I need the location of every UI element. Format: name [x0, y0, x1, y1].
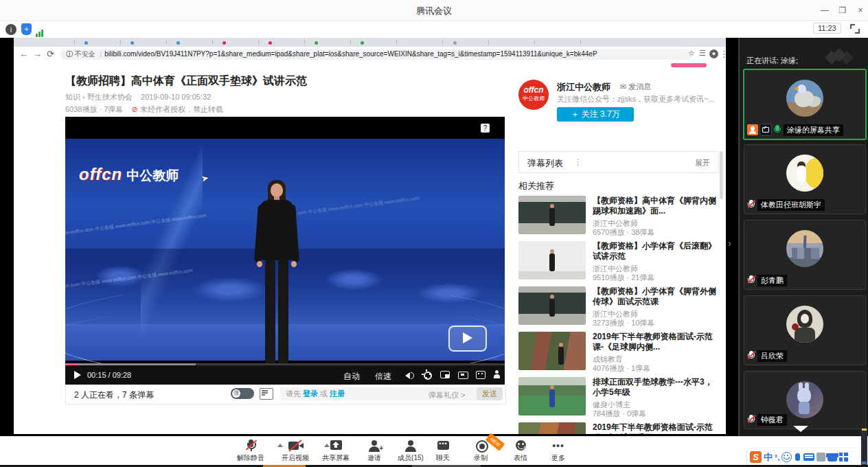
more-button[interactable]: ••• 更多 — [536, 440, 580, 463]
quality-button[interactable]: 自动 — [343, 371, 360, 383]
related-thumbnail[interactable] — [518, 241, 586, 280]
reload-icon[interactable]: ⟳ — [47, 49, 54, 59]
danmaku-list-expand[interactable]: 展开 — [695, 158, 710, 168]
related-thumbnail[interactable] — [518, 286, 586, 325]
tab-favicon[interactable] — [315, 41, 318, 45]
send-message-link[interactable]: ✉ 发消息 — [620, 82, 651, 92]
ime-voice-icon[interactable] — [795, 453, 800, 461]
no-reprint-icon: ⊘ — [132, 105, 138, 113]
participant-tile[interactable]: 吕欣荣 — [744, 295, 866, 365]
related-item-title[interactable]: 【教师资格】小学体育《脚背外侧传球》面试示范课 — [593, 286, 716, 307]
tab-favicon[interactable] — [176, 41, 180, 45]
share-screen-button[interactable]: 共享屏幕 — [314, 440, 358, 463]
browser-menu-icon[interactable]: ⋮ — [720, 49, 726, 59]
participant-name: 体教田径班胡斯宇 — [757, 199, 825, 211]
scroll-more-participants-icon[interactable] — [793, 426, 808, 432]
danmaku-settings-icon[interactable] — [260, 388, 273, 400]
tab-favicon[interactable] — [84, 41, 88, 45]
sidebar-collapse-icon[interactable]: › — [728, 237, 731, 249]
security-shield-icon[interactable]: + — [21, 23, 32, 35]
bilibili-play-badge[interactable] — [448, 326, 487, 352]
login-link[interactable]: 登录 — [303, 389, 318, 398]
participant-tile[interactable]: 钟薇君 — [744, 371, 866, 429]
danmaku-toggle[interactable]: 弹 — [231, 388, 254, 399]
ime-language-mode[interactable]: 中 — [764, 451, 773, 464]
related-thumbnail[interactable] — [518, 422, 586, 434]
related-item[interactable]: 2019年下半年教师资格面试-示范课-《足球脚内侧... 成锦教育 4076播放… — [518, 332, 718, 373]
start-video-button[interactable]: 开启视频 — [273, 440, 317, 463]
participant-tile[interactable]: 体教田径班胡斯宇 — [744, 144, 866, 214]
related-item-title[interactable]: 排球正面双手垫球教学---水平3，小学5年级 — [593, 377, 716, 398]
related-thumbnail[interactable] — [518, 332, 586, 370]
mic-on-icon — [773, 124, 781, 135]
breadcrumb[interactable]: 知识 › 野生技术协会 — [65, 93, 133, 101]
ime-skin-icon[interactable] — [816, 453, 825, 462]
uploader-name[interactable]: 浙江中公教师 — [557, 81, 610, 93]
ime-toolbox-icon[interactable] — [839, 453, 848, 462]
participant-tile[interactable]: 涂缘的屏幕共享 — [743, 69, 867, 140]
related-item[interactable]: 【教师资格】小学体育《脚背外侧传球》面试示范课 浙江中公教师 3273播放 · … — [518, 286, 718, 328]
related-thumbnail[interactable] — [518, 196, 586, 234]
sogou-ime-bar[interactable]: S 中 °, — [747, 448, 863, 466]
mic-muted-icon — [747, 414, 755, 425]
web-fullscreen-icon[interactable] — [476, 370, 486, 380]
related-item[interactable]: 【教师资格】高中体育《脚背内侧踢球和加速跑》面... 浙江中公教师 6570播放… — [518, 196, 718, 237]
record-button[interactable]: NEW 录制 — [459, 440, 503, 463]
related-item[interactable]: 排球正面双手垫球教学---水平3，小学5年级 健身小博主 784播放 · 0弹幕 — [518, 377, 718, 418]
speed-button[interactable]: 倍速 — [375, 371, 391, 383]
volume-icon[interactable] — [404, 370, 414, 380]
tab-favicon[interactable] — [269, 41, 272, 45]
restore-button[interactable]: ❐ — [838, 5, 847, 15]
bookmark-star-icon[interactable]: ☆ — [688, 49, 695, 58]
related-item[interactable]: 2019年下半年教师资格面试-示范课-《篮球双手胸... 成锦教育 4040播放… — [518, 422, 718, 434]
page-info-icon[interactable]: ⓘ — [66, 50, 73, 58]
tab-favicon[interactable] — [361, 41, 364, 45]
ime-emoji-icon[interactable] — [781, 452, 792, 462]
profile-avatar-icon[interactable]: ● — [709, 49, 718, 58]
uploader-avatar[interactable]: offcn中公教师 — [518, 80, 549, 110]
danmaku-etiquette-link[interactable]: 弹幕礼仪 > — [429, 390, 465, 400]
ime-punctuation-icon[interactable]: °, — [775, 453, 779, 462]
ime-keyboard-icon[interactable] — [803, 453, 814, 461]
browser-tab-strip[interactable] — [14, 38, 726, 47]
back-icon[interactable]: ← — [19, 49, 28, 59]
player-help-badge[interactable]: ? — [481, 124, 490, 133]
related-thumbnail[interactable] — [518, 377, 586, 415]
page-scrollbar[interactable] — [720, 151, 723, 199]
tab-favicon[interactable] — [222, 41, 226, 45]
security-label: 不安全 — [75, 50, 95, 58]
fullscreen-person-icon[interactable] — [492, 370, 502, 380]
participant-tile[interactable]: 彭青鹏 — [744, 220, 866, 290]
related-item-title[interactable]: 2019年下半年教师资格面试-示范课-《足球脚内侧... — [593, 332, 716, 352]
follow-button[interactable]: ＋ 关注 3.7万 — [557, 107, 634, 122]
related-item-title[interactable]: 【教师资格】小学体育《后滚翻》试讲示范 — [593, 241, 716, 262]
host-badge-icon — [747, 124, 758, 135]
pip-icon[interactable] — [440, 370, 450, 380]
meeting-info-icon[interactable]: i — [5, 24, 16, 35]
close-button[interactable]: × — [856, 5, 865, 15]
related-item-title[interactable]: 【教师资格】高中体育《脚背内侧踢球和加速跑》面... — [593, 196, 716, 216]
register-link[interactable]: 注册 — [330, 389, 345, 398]
related-item[interactable]: 【教师资格】小学体育《后滚翻》试讲示范 浙江中公教师 9510播放 · 21弹幕 — [518, 241, 718, 282]
network-signal-icon[interactable] — [36, 25, 44, 37]
sogou-logo-icon[interactable]: S — [750, 451, 762, 463]
settings-gear-icon[interactable] — [422, 370, 432, 380]
bili-vip-button[interactable] — [671, 63, 707, 67]
theater-mode-icon[interactable] — [458, 370, 468, 380]
reading-list-icon[interactable]: ☰ — [699, 49, 706, 58]
avatar — [786, 306, 823, 343]
tab-favicon[interactable] — [453, 41, 457, 45]
send-danmaku-button[interactable]: 发送 — [477, 387, 503, 400]
fullscreen-icon[interactable] — [850, 24, 860, 34]
play-icon[interactable] — [74, 371, 81, 379]
address-bar[interactable]: ⓘ 不安全 |bilibili.com/video/BV19J411N7PY?p… — [60, 49, 693, 60]
forward-icon[interactable]: → — [33, 49, 42, 59]
unmute-button[interactable]: 解除静音 — [229, 440, 273, 463]
ime-shirt-icon[interactable] — [827, 453, 837, 462]
danmaku-list-menu-icon[interactable]: ⋮ — [574, 157, 582, 167]
related-item-title[interactable]: 2019年下半年教师资格面试-示范课-《篮球双手胸... — [593, 422, 716, 434]
minimize-button[interactable]: — — [820, 5, 830, 15]
window-titlebar: 腾讯会议 — ❐ × — [0, 0, 868, 21]
tab-favicon[interactable] — [130, 41, 134, 45]
video-player[interactable]: www.eoffcn.com 中公在线 www.eoffcn.com 中公在线 … — [65, 117, 505, 385]
